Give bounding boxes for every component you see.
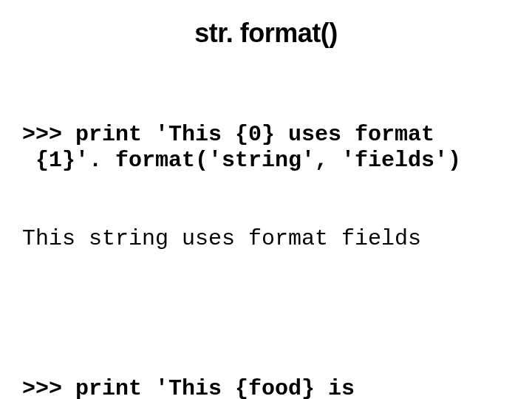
- code-example-1: >>> print 'This {0} uses format {1}'. fo…: [22, 69, 510, 305]
- slide: str. format() >>> print 'This {0} uses f…: [0, 0, 532, 399]
- code-input-1: >>> print 'This {0} uses format {1}'. fo…: [22, 122, 510, 174]
- code-output-1: This string uses format fields: [22, 226, 510, 252]
- slide-title: str. format(): [22, 18, 510, 49]
- code-example-2: >>> print 'This {food} is {adjective}!'.…: [22, 324, 510, 399]
- code-input-2: >>> print 'This {food} is {adjective}!'.…: [22, 376, 510, 399]
